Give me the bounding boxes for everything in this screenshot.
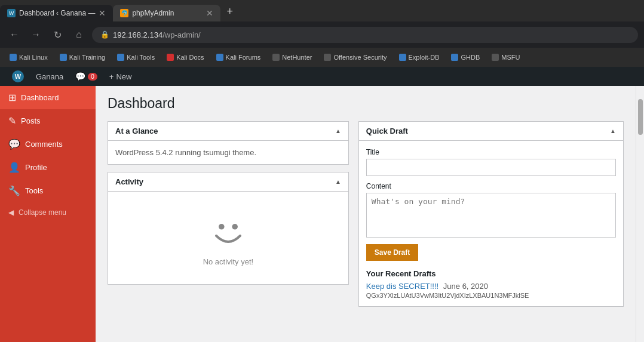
url-path: /wp-admin/ bbox=[162, 30, 201, 39]
bookmarks-bar: Kali Linux Kali Training Kali Tools Kali… bbox=[0, 48, 644, 67]
forward-button[interactable]: → bbox=[27, 26, 44, 43]
kali-forums-icon bbox=[216, 54, 223, 61]
left-widget-col: At a Glance ▲ WordPress 5.4.2 running ts… bbox=[108, 121, 349, 307]
tab-phpmyadmin[interactable]: 🐬 phpMyAdmin ✕ bbox=[113, 5, 220, 21]
address-bar[interactable]: 🔒 192.168.2.134/wp-admin/ bbox=[92, 27, 638, 43]
wp-adminbar: W Ganana 💬 0 + New bbox=[0, 67, 644, 86]
at-a-glance-toggle[interactable]: ▲ bbox=[335, 128, 341, 134]
bookmark-nethunter[interactable]: NetHunter bbox=[268, 52, 317, 63]
dashboard-icon: ⊞ bbox=[8, 92, 16, 103]
bookmark-msfu[interactable]: MSFU bbox=[487, 52, 525, 63]
recent-drafts-title: Your Recent Drafts bbox=[366, 269, 616, 278]
security-icon: 🔒 bbox=[100, 30, 109, 39]
at-a-glance-content: WordPress 5.4.2 running tsumugi theme. bbox=[115, 148, 341, 157]
nethunter-icon bbox=[272, 54, 280, 61]
bookmark-offensive-security[interactable]: Offensive Security bbox=[319, 52, 391, 63]
back-button[interactable]: ← bbox=[6, 26, 23, 43]
msfu-icon bbox=[492, 54, 499, 61]
draft-date: June 6, 2020 bbox=[443, 282, 488, 291]
wp-main: Dashboard At a Glance ▲ WordPress 5.4.2 … bbox=[96, 86, 636, 342]
dashboard-widgets: At a Glance ▲ WordPress 5.4.2 running ts… bbox=[108, 121, 624, 307]
tab-phpmyadmin-close[interactable]: ✕ bbox=[206, 8, 213, 18]
quick-draft-header: Quick Draft ▲ bbox=[359, 122, 623, 141]
activity-body: No activity yet! bbox=[108, 192, 348, 284]
adminbar-new-label: New bbox=[116, 72, 131, 81]
svg-rect-1 bbox=[232, 224, 238, 230]
page-title: Dashboard bbox=[108, 95, 624, 112]
svg-rect-0 bbox=[219, 224, 225, 230]
adminbar-site-name[interactable]: Ganana bbox=[30, 67, 69, 86]
bookmark-kali-training-label: Kali Training bbox=[69, 54, 106, 61]
bookmark-kali-linux[interactable]: Kali Linux bbox=[5, 52, 53, 63]
tab-phpmyadmin-label: phpMyAdmin bbox=[132, 9, 174, 17]
adminbar-new[interactable]: + New bbox=[103, 67, 138, 86]
wp-favicon: W bbox=[7, 9, 16, 17]
scrollbar-track[interactable] bbox=[636, 86, 644, 342]
bookmark-nethunter-label: NetHunter bbox=[282, 54, 312, 61]
at-a-glance-header: At a Glance ▲ bbox=[108, 122, 348, 141]
sidebar-item-dashboard[interactable]: ⊞ Dashboard bbox=[0, 86, 96, 109]
activity-toggle[interactable]: ▲ bbox=[335, 178, 341, 185]
sidebar-item-profile[interactable]: 👤 Profile bbox=[0, 156, 96, 179]
right-widget-col: Quick Draft ▲ Title Content Save Draft Y… bbox=[358, 121, 624, 307]
new-icon: + bbox=[109, 72, 114, 81]
tab-dashboard-label: Dashboard ‹ Ganana — bbox=[19, 9, 95, 17]
tools-icon: 🔧 bbox=[8, 185, 20, 196]
tab-dashboard[interactable]: W Dashboard ‹ Ganana — ✕ bbox=[0, 5, 113, 21]
browser-nav: ← → ↻ ⌂ 🔒 192.168.2.134/wp-admin/ bbox=[0, 21, 644, 48]
bookmark-exploit-db-label: Exploit-DB bbox=[409, 54, 440, 61]
sidebar-collapse-button[interactable]: ◀ Collapse menu bbox=[0, 202, 96, 223]
new-tab-button[interactable]: + bbox=[220, 2, 239, 21]
sidebar-item-profile-label: Profile bbox=[25, 163, 47, 172]
save-draft-button[interactable]: Save Draft bbox=[366, 244, 418, 261]
sidebar-item-posts[interactable]: ✎ Posts bbox=[0, 109, 96, 133]
scrollbar-thumb[interactable] bbox=[638, 99, 643, 135]
sidebar-item-posts-label: Posts bbox=[21, 116, 41, 125]
ghdb-icon bbox=[451, 54, 458, 61]
draft-title-input[interactable] bbox=[366, 159, 616, 176]
smiley-face-icon bbox=[204, 209, 252, 257]
bookmark-kali-docs[interactable]: Kali Docs bbox=[162, 52, 208, 63]
kali-tools-icon bbox=[117, 54, 124, 61]
content-area: Dashboard At a Glance ▲ WordPress 5.4.2 … bbox=[96, 86, 644, 342]
adminbar-site-label: Ganana bbox=[36, 72, 63, 81]
draft-item: Keep dis SECRET!!!! June 6, 2020 QGx3YXl… bbox=[366, 282, 616, 299]
at-a-glance-title: At a Glance bbox=[115, 127, 158, 135]
at-a-glance-body: WordPress 5.4.2 running tsumugi theme. bbox=[108, 141, 348, 164]
bookmark-kali-training[interactable]: Kali Training bbox=[55, 52, 111, 63]
quick-draft-title: Quick Draft bbox=[366, 127, 408, 135]
quick-draft-toggle[interactable]: ▲ bbox=[610, 128, 616, 134]
wp-logo-icon: W bbox=[12, 70, 24, 82]
activity-header: Activity ▲ bbox=[108, 172, 348, 192]
bookmark-ghdb[interactable]: GHDB bbox=[446, 52, 484, 63]
reload-button[interactable]: ↻ bbox=[49, 26, 66, 43]
profile-icon: 👤 bbox=[8, 162, 20, 173]
comment-icon: 💬 bbox=[75, 72, 85, 81]
activity-title: Activity bbox=[115, 177, 143, 186]
home-button[interactable]: ⌂ bbox=[70, 26, 87, 43]
kali-training-icon bbox=[60, 54, 67, 61]
sidebar-collapse-label: Collapse menu bbox=[19, 208, 66, 217]
bookmark-kali-tools[interactable]: Kali Tools bbox=[112, 52, 160, 63]
adminbar-wp-logo[interactable]: W bbox=[6, 67, 30, 86]
offensive-security-icon bbox=[324, 54, 331, 61]
kali-linux-icon bbox=[10, 54, 17, 61]
draft-content-textarea[interactable] bbox=[366, 193, 616, 238]
wp-admin: W Ganana 💬 0 + New ⊞ Dashboard ✎ Posts bbox=[0, 67, 644, 342]
quick-draft-widget: Quick Draft ▲ Title Content Save Draft Y… bbox=[358, 121, 624, 307]
draft-excerpt: QGx3YXlzLUAtU3VwM3ItU2VjdXIzLXBAU1N3MFJk… bbox=[366, 292, 616, 299]
bookmark-kali-forums[interactable]: Kali Forums bbox=[211, 52, 266, 63]
bookmark-msfu-label: MSFU bbox=[501, 54, 520, 61]
kali-docs-icon bbox=[167, 54, 174, 61]
bookmark-ghdb-label: GHDB bbox=[461, 54, 480, 61]
sidebar-item-comments[interactable]: 💬 Comments bbox=[0, 133, 96, 156]
sidebar-item-dashboard-label: Dashboard bbox=[21, 93, 59, 102]
tab-dashboard-close[interactable]: ✕ bbox=[99, 8, 106, 18]
wp-sidebar: ⊞ Dashboard ✎ Posts 💬 Comments 👤 Profile… bbox=[0, 86, 96, 342]
adminbar-comments[interactable]: 💬 0 bbox=[69, 67, 103, 86]
tab-bar: W Dashboard ‹ Ganana — ✕ 🐬 phpMyAdmin ✕ … bbox=[0, 0, 644, 21]
at-a-glance-widget: At a Glance ▲ WordPress 5.4.2 running ts… bbox=[108, 121, 349, 165]
draft-link[interactable]: Keep dis SECRET!!!! bbox=[366, 282, 438, 291]
bookmark-exploit-db[interactable]: Exploit-DB bbox=[394, 52, 444, 63]
sidebar-item-tools[interactable]: 🔧 Tools bbox=[0, 179, 96, 202]
